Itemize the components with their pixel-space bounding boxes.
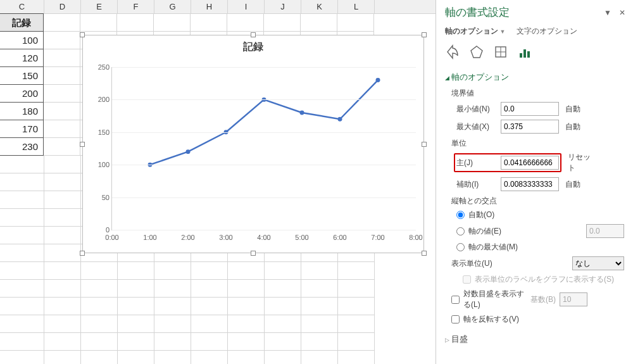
cell[interactable] [44,156,81,173]
col-header-L[interactable]: L [338,0,375,13]
tab-axis-options[interactable]: 軸のオプション [445,26,505,37]
col-header-I[interactable]: I [228,0,265,13]
cell[interactable] [154,262,191,280]
cell[interactable] [301,14,337,32]
col-header-C[interactable]: C [0,0,44,13]
cell[interactable] [118,280,154,298]
min-auto[interactable]: 自動 [565,104,591,115]
col-header-J[interactable]: J [265,0,301,13]
cell[interactable] [191,298,228,315]
dropdown-icon[interactable]: ▼ [604,8,611,17]
data-cell[interactable]: 200 [0,84,44,103]
cell[interactable] [191,351,228,364]
cell[interactable] [81,298,118,315]
cell[interactable] [44,191,81,209]
cell[interactable] [0,244,44,262]
cell[interactable] [154,315,191,333]
col-header-D[interactable]: D [44,0,81,13]
cell[interactable] [44,138,80,156]
cell[interactable] [118,315,154,333]
resize-handle[interactable] [80,142,85,147]
max-input[interactable] [501,120,559,134]
min-input[interactable] [501,102,559,116]
cell[interactable] [118,351,154,364]
col-header-K[interactable]: K [301,0,338,13]
minor-input[interactable] [501,177,559,191]
cell[interactable] [44,32,80,49]
cell[interactable] [44,333,81,351]
cell[interactable] [301,315,338,333]
cell[interactable] [191,280,228,298]
col-header-E[interactable]: E [81,0,118,13]
cell[interactable] [338,315,375,333]
cell[interactable] [338,280,375,298]
log-scale-checkbox[interactable] [451,296,460,304]
cell[interactable] [0,173,44,191]
radio-value[interactable] [456,227,465,235]
cell[interactable] [0,227,44,244]
cell[interactable] [0,351,44,364]
section-axis-options[interactable]: 軸のオプション [445,70,624,85]
cell[interactable] [338,298,375,315]
cell[interactable] [44,315,81,333]
col-header-F[interactable]: F [118,0,154,13]
cell[interactable] [44,280,81,298]
cell[interactable] [338,262,375,280]
cell[interactable] [191,14,227,32]
cell[interactable] [265,351,301,364]
cell[interactable] [80,14,117,32]
cell[interactable] [301,280,338,298]
size-properties-icon[interactable] [493,44,508,60]
radio-auto[interactable] [456,211,465,219]
cell[interactable] [118,298,154,315]
data-cell[interactable]: 150 [0,66,44,85]
cell[interactable] [228,315,265,333]
cell[interactable] [44,49,80,67]
cell[interactable] [337,14,374,32]
cell[interactable] [81,333,118,351]
cell[interactable] [301,351,338,364]
resize-handle[interactable] [251,32,256,37]
cell[interactable] [301,333,338,351]
cell[interactable] [265,315,301,333]
reverse-axis-checkbox[interactable] [451,315,460,323]
cell[interactable] [44,262,81,280]
cell[interactable] [0,209,44,227]
plot-area[interactable]: 0501001502002500:001:002:003:004:005:006… [111,67,416,230]
cell[interactable] [265,262,301,280]
cell[interactable] [0,191,44,209]
cell[interactable] [0,333,44,351]
chart-object[interactable]: 記録 0501001502002500:001:002:003:004:005:… [82,35,424,253]
line-series[interactable] [112,67,416,230]
cell[interactable] [117,14,154,32]
resize-handle[interactable] [251,251,256,256]
data-cell[interactable]: 120 [0,49,44,67]
cell[interactable] [44,351,81,364]
cell[interactable] [265,280,301,298]
cell[interactable] [44,120,80,138]
cell[interactable] [227,14,264,32]
cell[interactable] [118,262,154,280]
cell[interactable] [44,85,80,103]
cell[interactable] [228,351,265,364]
resize-handle[interactable] [80,32,85,37]
data-cell[interactable]: 230 [0,137,44,156]
cell[interactable] [228,262,265,280]
chart-title[interactable]: 記録 [83,35,423,54]
cell[interactable] [154,280,191,298]
cell[interactable] [81,315,118,333]
close-icon[interactable]: ✕ [619,8,625,17]
tab-text-options[interactable]: 文字のオプション [517,26,577,37]
cell[interactable] [44,67,80,85]
cell[interactable] [44,14,80,32]
cell[interactable] [301,298,338,315]
display-unit-select[interactable]: なし [572,256,624,270]
max-auto[interactable]: 自動 [565,122,591,132]
cell[interactable] [0,156,44,173]
cell[interactable] [338,351,375,364]
cell[interactable] [301,262,338,280]
resize-handle[interactable] [422,32,427,37]
cell[interactable] [118,333,154,351]
data-cell[interactable]: 100 [0,31,44,49]
data-cell[interactable]: 180 [0,102,44,120]
